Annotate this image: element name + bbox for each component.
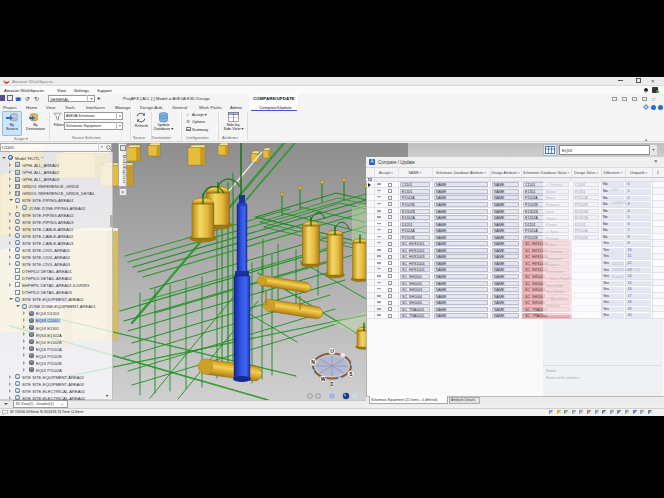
svg-text:N: N [311,359,315,365]
svg-text:W: W [321,376,326,382]
svg-text:U: U [330,348,334,354]
